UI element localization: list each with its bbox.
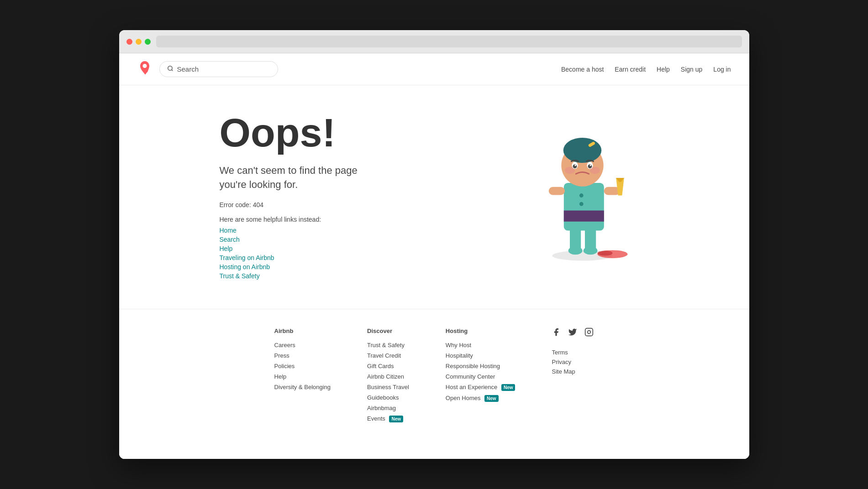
footer-link-guidebooks[interactable]: Guidebooks [367, 394, 409, 401]
airbnb-logo[interactable] [137, 61, 152, 78]
footer-link-sitemap[interactable]: Site Map [552, 368, 575, 375]
svg-point-28 [574, 165, 576, 166]
footer-link-travel-credit[interactable]: Travel Credit [367, 352, 409, 359]
instagram-icon[interactable] [584, 328, 594, 338]
link-help[interactable]: Help [220, 245, 503, 252]
footer-link-press[interactable]: Press [274, 352, 331, 359]
search-input-label: Search [177, 65, 199, 73]
footer-link-responsible-hosting[interactable]: Responsible Hosting [446, 363, 516, 369]
error-text-section: Oops! We can't seem to find the page you… [220, 113, 521, 281]
search-icon [167, 65, 174, 73]
browser-window: Search Become a host Earn credit Help Si… [119, 30, 749, 459]
browser-dots [126, 39, 151, 45]
helpful-links: Home Search Help Traveling on Airbnb Hos… [220, 227, 503, 280]
footer-link-why-host[interactable]: Why Host [446, 342, 516, 349]
footer-link-gift-cards[interactable]: Gift Cards [367, 363, 409, 369]
link-hosting[interactable]: Hosting on Airbnb [220, 263, 503, 271]
footer-link-hospitality[interactable]: Hospitality [446, 352, 516, 359]
footer-column-social: Terms Privacy Site Map [552, 328, 594, 426]
footer-link-airbnbmag[interactable]: Airbnbmag [367, 405, 409, 411]
footer-link-business-travel[interactable]: Business Travel [367, 384, 409, 390]
twitter-icon[interactable] [568, 328, 577, 338]
footer-heading-airbnb: Airbnb [274, 328, 331, 334]
svg-rect-10 [563, 211, 604, 222]
sign-up-link[interactable]: Sign up [681, 66, 702, 73]
footer-link-diversity[interactable]: Diversity & Belonging [274, 384, 331, 390]
footer-link-community-center[interactable]: Community Center [446, 373, 516, 380]
svg-point-29 [589, 165, 591, 166]
address-bar[interactable] [156, 36, 742, 47]
footer-column-discover: Discover Trust & Safety Travel Credit Gi… [367, 328, 409, 426]
open-homes-badge: New [484, 395, 499, 402]
minimize-dot[interactable] [136, 39, 142, 45]
maximize-dot[interactable] [145, 39, 151, 45]
footer-link-terms[interactable]: Terms [552, 349, 575, 356]
browser-chrome [119, 30, 749, 53]
footer-legal: Terms Privacy Site Map [552, 349, 575, 378]
error-title: Oops! [220, 113, 503, 153]
link-trust[interactable]: Trust & Safety [220, 272, 503, 280]
footer-link-trust[interactable]: Trust & Safety [367, 342, 409, 349]
footer-link-events[interactable]: Events New [367, 415, 409, 422]
footer: Airbnb Careers Press Policies Help Diver… [119, 309, 749, 459]
svg-point-8 [583, 247, 597, 255]
character-svg [535, 113, 635, 263]
search-bar[interactable]: Search [159, 61, 278, 77]
svg-rect-9 [563, 183, 604, 231]
header-left: Search [137, 61, 278, 78]
link-search[interactable]: Search [220, 236, 503, 243]
become-host-link[interactable]: Become a host [561, 66, 604, 73]
error-code: Error code: 404 [220, 201, 503, 208]
svg-point-12 [579, 202, 583, 206]
footer-link-help[interactable]: Help [274, 373, 331, 380]
footer-column-hosting: Hosting Why Host Hospitality Responsible… [446, 328, 516, 426]
link-home[interactable]: Home [220, 227, 503, 234]
header: Search Become a host Earn credit Help Si… [119, 53, 749, 85]
footer-column-airbnb: Airbnb Careers Press Policies Help Diver… [274, 328, 331, 426]
main-content: Oops! We can't seem to find the page you… [183, 85, 685, 309]
close-dot[interactable] [126, 39, 132, 45]
host-experience-badge: New [501, 384, 516, 391]
footer-heading-discover: Discover [367, 328, 409, 334]
link-traveling[interactable]: Traveling on Airbnb [220, 254, 503, 261]
svg-rect-30 [585, 328, 593, 336]
social-icons [552, 328, 594, 342]
footer-link-policies[interactable]: Policies [274, 363, 331, 369]
facebook-icon[interactable] [552, 328, 561, 338]
footer-link-host-experience[interactable]: Host an Experience New [446, 384, 516, 391]
events-new-badge: New [389, 416, 403, 422]
footer-link-careers[interactable]: Careers [274, 342, 331, 349]
svg-point-4 [597, 251, 612, 256]
svg-rect-13 [548, 187, 564, 195]
svg-point-19 [563, 138, 601, 163]
svg-line-1 [171, 70, 173, 71]
footer-heading-hosting: Hosting [446, 328, 516, 334]
help-link[interactable]: Help [657, 66, 670, 73]
svg-point-7 [568, 247, 582, 255]
svg-point-11 [579, 193, 583, 198]
header-nav: Become a host Earn credit Help Sign up L… [561, 66, 731, 73]
error-subtitle: We can't seem to find the page you're lo… [220, 164, 366, 192]
helpful-links-intro: Here are some helpful links instead: [220, 216, 503, 223]
earn-credit-link[interactable]: Earn credit [615, 66, 646, 73]
page-content: Search Become a host Earn credit Help Si… [119, 53, 749, 459]
footer-link-airbnb-citizen[interactable]: Airbnb Citizen [367, 373, 409, 380]
error-illustration [521, 113, 649, 263]
log-in-link[interactable]: Log in [713, 66, 731, 73]
footer-link-privacy[interactable]: Privacy [552, 359, 575, 365]
svg-point-0 [168, 66, 172, 70]
footer-columns: Airbnb Careers Press Policies Help Diver… [156, 328, 713, 426]
footer-link-open-homes[interactable]: Open Homes New [446, 395, 516, 402]
